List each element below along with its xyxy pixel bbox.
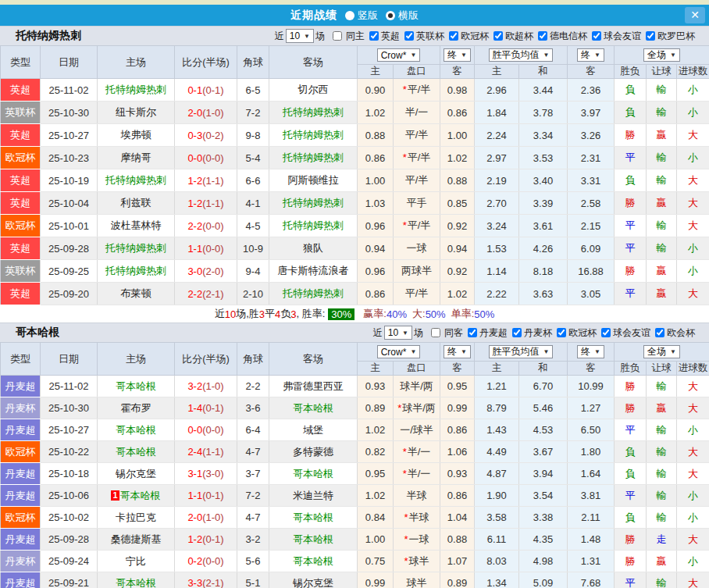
summary-part: 近 — [215, 307, 225, 321]
league-badge: 英超 — [1, 169, 41, 192]
odds-source-select[interactable]: Crow* — [377, 48, 421, 62]
avg-home-odds: 2.97 — [475, 147, 519, 169]
away-odds: 0.86 — [440, 485, 475, 507]
home-team: 纽卡斯尔 — [98, 102, 175, 124]
home-team: 托特纳姆热刺 — [98, 260, 175, 283]
layout-radio-horizontal[interactable]: 横版 — [386, 9, 419, 23]
avg-odds-select[interactable]: 胜平负均值 — [489, 48, 554, 62]
match-score: 0-1(0-1) — [175, 79, 237, 102]
result-goals: 小 — [677, 102, 709, 124]
league-filter-checkbox[interactable] — [538, 31, 547, 41]
home-team: 托特纳姆热刺 — [98, 169, 175, 192]
match-row: 英超25-10-04利兹联1-2(1-1)4-1托特纳姆热刺1.03平手0.85… — [1, 192, 709, 215]
column-header: 客场 — [269, 343, 358, 376]
home-odds: 0.94 — [358, 237, 394, 260]
corner-count: 5-6 — [237, 551, 269, 572]
handicap-line: *球半 — [394, 551, 440, 572]
summary-part: 大: — [412, 307, 426, 321]
league-filter-checkbox[interactable] — [449, 31, 458, 41]
games-unit-label: 场 — [414, 326, 423, 340]
result-handicap: 輸 — [647, 215, 677, 237]
match-table: 类型日期主场比分(半场)角球客场Crow*终胜平负均值终全场主盘口客主和客胜负让… — [0, 342, 709, 588]
avg-home-odds: 4.49 — [475, 441, 519, 463]
final-avg-select[interactable]: 终 — [577, 345, 604, 358]
final-odds-select[interactable]: 终 — [444, 48, 471, 62]
result-column-header: 胜负 — [615, 65, 647, 79]
match-score: 1-1(0-1) — [175, 485, 237, 507]
radio-unselected-icon — [345, 11, 354, 20]
league-badge: 欧冠杯 — [1, 147, 41, 169]
match-score: 2-2(2-1) — [175, 283, 237, 305]
handicap-line: 平/半 — [394, 283, 440, 305]
league-filter-checkbox[interactable] — [655, 328, 664, 337]
match-date: 25-09-25 — [41, 260, 98, 283]
same-venue-checkbox[interactable] — [431, 328, 440, 337]
avg-draw-odds: 4.35 — [519, 529, 568, 551]
radio-selected-icon — [386, 11, 395, 20]
away-team: 域堡 — [269, 419, 358, 441]
league-filter-checkbox[interactable] — [369, 31, 379, 41]
section-header-bar: 托特纳姆热刺近10场同主英超英联杯欧冠杯欧超杯德电信杯球会友谊欧罗巴杯 — [0, 26, 709, 45]
live-star: * — [403, 84, 407, 95]
final-avg-select[interactable]: 终 — [577, 48, 604, 62]
away-odds: 0.86 — [440, 419, 475, 441]
games-count-select[interactable]: 10 — [384, 326, 412, 340]
league-filter-checkbox[interactable] — [592, 31, 601, 41]
avg-home-odds: 1.21 — [475, 376, 519, 397]
away-odds: 0.86 — [440, 102, 475, 124]
team-section: 托特纳姆热刺近10场同主英超英联杯欧冠杯欧超杯德电信杯球会友谊欧罗巴杯类型日期主… — [0, 26, 709, 323]
match-date: 25-10-06 — [41, 485, 98, 507]
same-venue-checkbox[interactable] — [333, 31, 342, 41]
result-wdl: 勝 — [615, 124, 647, 147]
handicap-line: 两球半 — [394, 260, 440, 283]
avg-away-odds: 1.64 — [568, 463, 615, 485]
match-row: 英超25-10-27埃弗顿0-3(0-2)9-8托特纳姆热刺0.88平/半1.0… — [1, 124, 709, 147]
avg-odds-select[interactable]: 胜平负均值 — [489, 345, 554, 358]
league-filter-checkbox[interactable] — [601, 328, 611, 337]
column-header: 角球 — [237, 343, 269, 376]
league-filter-checkbox[interactable] — [646, 31, 655, 41]
rank-tag: 1 — [111, 490, 119, 501]
header-cell: 终 — [568, 46, 615, 65]
result-handicap: 贏 — [647, 283, 677, 305]
away-odds: 0.89 — [440, 572, 475, 588]
odds-source-select[interactable]: Crow* — [377, 345, 421, 358]
match-date: 25-10-19 — [41, 169, 98, 192]
league-filter-checkbox[interactable] — [468, 328, 477, 337]
match-score: 3-3(2-1) — [175, 572, 237, 588]
avg-away-odds: 2.31 — [568, 147, 615, 169]
team-name: 哥本哈根 — [16, 326, 59, 340]
league-filter-label: 球会友谊 — [604, 30, 641, 43]
league-filter-checkbox[interactable] — [493, 31, 503, 41]
layout-radio-vertical[interactable]: 竖版 — [345, 9, 378, 23]
match-row: 丹麦超25-11-02哥本哈根3-2(1-0)2-2弗雷德里西亚0.93球半/两… — [1, 376, 709, 397]
league-filter-checkbox[interactable] — [512, 328, 522, 337]
league-badge: 欧冠杯 — [1, 441, 41, 463]
final-odds-select[interactable]: 终 — [444, 345, 471, 358]
result-wdl: 負 — [615, 441, 647, 463]
avg-draw-odds: 3.34 — [519, 124, 568, 147]
scope-select[interactable]: 全场 — [643, 345, 680, 358]
column-header: 主场 — [98, 343, 175, 376]
league-badge: 英联杯 — [1, 260, 41, 283]
away-odds: 0.92 — [440, 260, 475, 283]
close-button[interactable]: ✕ — [685, 7, 705, 23]
match-row: 丹麦超25-09-21哥本哈根3-3(2-1)5-1锡尔克堡0.99球半0.89… — [1, 572, 709, 588]
result-goals: 小 — [677, 507, 709, 529]
games-count-select[interactable]: 10 — [286, 29, 314, 43]
match-row: 欧冠杯25-10-22哥本哈根2-4(1-1)4-7多特蒙德0.82*半/一1.… — [1, 441, 709, 463]
avg-home-odds: 4.87 — [475, 463, 519, 485]
home-odds: 0.86 — [358, 147, 394, 169]
scope-select[interactable]: 全场 — [643, 48, 680, 62]
avg-away-odds: 1.27 — [568, 397, 615, 419]
summary-row: 近10场,胜3平4负3, 胜率:30%赢率:40%大:50%单率:50% — [0, 305, 709, 323]
header-cell: Crow* — [358, 343, 440, 362]
result-handicap: 贏 — [647, 192, 677, 215]
result-handicap: 輸 — [647, 102, 677, 124]
result-wdl: 勝 — [615, 397, 647, 419]
home-odds: 0.84 — [358, 507, 394, 529]
home-team: 霍布罗 — [98, 397, 175, 419]
match-row: 英超25-11-02托特纳姆热刺0-1(0-1)6-5切尔西0.90*平/半0.… — [1, 79, 709, 102]
league-filter-checkbox[interactable] — [404, 31, 414, 41]
league-filter-checkbox[interactable] — [557, 328, 566, 337]
